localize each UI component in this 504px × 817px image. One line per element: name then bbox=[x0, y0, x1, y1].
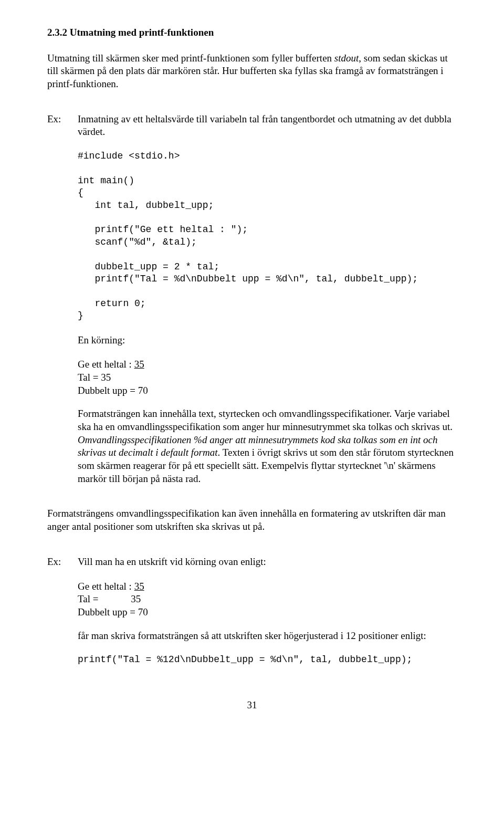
format-explanation: Formatsträngen kan innehålla text, styrt… bbox=[78, 407, 457, 485]
document-page: 2.3.2 Utmatning med printf-funktionen Ut… bbox=[0, 0, 504, 727]
intro-text-a: Utmatning till skärmen sker med printf-f… bbox=[47, 53, 334, 64]
example-body: Inmatning av ett heltalsvärde till varia… bbox=[78, 113, 457, 497]
run1-line1-prompt: Ge ett heltal : bbox=[78, 359, 134, 370]
run2-line1-input: 35 bbox=[134, 581, 144, 592]
example-2: Ex: Vill man ha en utskrift vid körning … bbox=[47, 556, 457, 678]
example-2-body: Vill man ha en utskrift vid körning ovan… bbox=[78, 556, 457, 678]
run1-line1-input: 35 bbox=[134, 359, 144, 370]
section-heading: 2.3.2 Utmatning med printf-funktionen bbox=[47, 26, 457, 39]
code-block-2: printf("Tal = %12d\nDubbelt_upp = %d\n",… bbox=[78, 654, 457, 666]
run2-line1: Ge ett heltal : 35 bbox=[78, 580, 457, 593]
example-2-intro: Vill man ha en utskrift vid körning ovan… bbox=[78, 556, 457, 569]
run2-line3: Dubbelt upp = 70 bbox=[78, 606, 457, 619]
example-label: Ex: bbox=[47, 113, 78, 497]
example-1: Ex: Inmatning av ett heltalsvärde till v… bbox=[47, 113, 457, 497]
run1-line1: Ge ett heltal : 35 bbox=[78, 358, 457, 371]
run1-line2: Tal = 35 bbox=[78, 371, 457, 384]
run2-line1-prompt: Ge ett heltal : bbox=[78, 581, 134, 592]
run1-line3: Dubbelt upp = 70 bbox=[78, 384, 457, 397]
example-1-intro: Inmatning av ett heltalsvärde till varia… bbox=[78, 113, 457, 139]
format-position-paragraph: Formatsträngens omvandlingsspecifikation… bbox=[47, 507, 457, 533]
intro-italic-stdout: stdout bbox=[334, 53, 359, 64]
intro-paragraph: Utmatning till skärmen sker med printf-f… bbox=[47, 52, 457, 91]
run2-line2: Tal = 35 bbox=[78, 593, 457, 606]
example-label-2: Ex: bbox=[47, 556, 78, 678]
para2-a: Formatsträngen kan innehålla text, styrt… bbox=[78, 408, 453, 432]
page-number: 31 bbox=[47, 699, 457, 712]
code-block-1: #include <stdio.h> int main() { int tal,… bbox=[78, 150, 457, 322]
example-2-after: får man skriva formatsträngen så att uts… bbox=[78, 630, 457, 643]
run-output-2: Ge ett heltal : 35 Tal = 35 Dubbelt upp … bbox=[78, 580, 457, 619]
run-output-1: Ge ett heltal : 35 Tal = 35 Dubbelt upp … bbox=[78, 358, 457, 397]
run-label-1: En körning: bbox=[78, 334, 457, 347]
